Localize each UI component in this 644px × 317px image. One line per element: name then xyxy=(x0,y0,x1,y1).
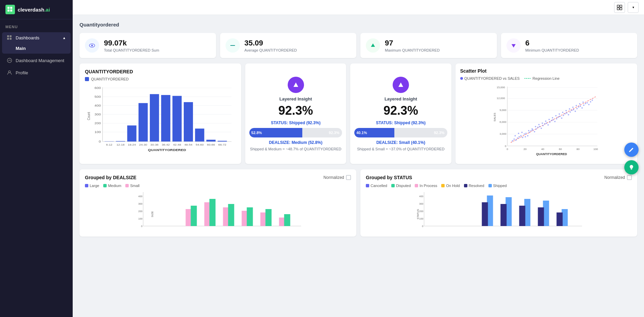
svg-point-105 xyxy=(551,120,552,121)
topbar-chevron-button[interactable]: ▾ xyxy=(628,2,639,13)
svg-text:80: 80 xyxy=(576,148,579,151)
nav-group-dashboards-header[interactable]: Dashboards ▲ xyxy=(2,32,71,43)
svg-rect-36 xyxy=(116,141,125,142)
svg-point-120 xyxy=(576,108,577,109)
svg-rect-185 xyxy=(501,204,507,226)
fab-edit-button[interactable] xyxy=(624,143,639,157)
grouped-status-normalized: Normalized xyxy=(604,175,632,180)
svg-text:40: 40 xyxy=(541,148,544,151)
svg-rect-13 xyxy=(617,8,619,10)
svg-rect-4 xyxy=(7,35,9,37)
normalized-checkbox-status[interactable] xyxy=(627,175,632,180)
svg-point-149 xyxy=(579,103,580,105)
histogram-legend-label: QUANTITYORDERED xyxy=(91,77,129,81)
down-icon xyxy=(510,42,517,49)
grouped-status-chart: STATUS 0 100 200 300 400 xyxy=(366,190,632,231)
insight-bar-fill-1: 52.8% xyxy=(249,128,302,137)
scatter-legend-line: Regression Line xyxy=(524,76,560,80)
kpi-icon-total xyxy=(85,38,99,53)
svg-rect-44 xyxy=(207,140,216,142)
histogram-legend: QUANTITYORDERED xyxy=(85,77,236,81)
svg-point-123 xyxy=(581,107,583,109)
fab-container xyxy=(624,143,639,174)
svg-text:42-48: 42-48 xyxy=(173,143,181,146)
svg-text:3,000: 3,000 xyxy=(499,132,506,135)
kpi-icon-maximum xyxy=(366,38,380,53)
svg-point-111 xyxy=(561,117,562,119)
kpi-label-maximum: Maximum QUANTITYORDERED xyxy=(385,48,440,52)
legend-inprocess: In Process xyxy=(415,184,437,188)
chart-row: QUANTITYORDERED QUANTITYORDERED 0 100 xyxy=(79,63,637,164)
legend-small-dot xyxy=(125,184,129,187)
sidebar-item-dashboard-management[interactable]: Dashboard Management xyxy=(2,55,71,66)
svg-text:0: 0 xyxy=(505,145,506,148)
svg-rect-190 xyxy=(631,169,632,170)
content-area: Quantityordered 99.07k Total QUANTITYORD… xyxy=(73,15,644,317)
kpi-value-average: 35.09 xyxy=(245,39,297,48)
svg-text:0: 0 xyxy=(506,148,508,151)
legend-medium: Medium xyxy=(103,184,121,188)
svg-text:100: 100 xyxy=(419,217,424,220)
svg-text:400: 400 xyxy=(94,104,101,107)
svg-point-127 xyxy=(588,104,589,105)
sidebar-sub-item-main[interactable]: Main xyxy=(2,43,71,54)
insight-bar-right-label-1: 92.3% xyxy=(329,131,339,135)
histogram-svg: 0 100 200 300 400 500 600 xyxy=(85,84,236,152)
insight-title-2: Layered Insight xyxy=(384,96,417,101)
normalized-text-dealsize: Normalized xyxy=(323,175,344,180)
legend-resolved-label: Resolved xyxy=(469,184,484,188)
svg-rect-45 xyxy=(218,141,227,142)
svg-text:12,000: 12,000 xyxy=(497,97,505,100)
insight-up-icon-1 xyxy=(292,81,300,89)
kpi-value-total: 99.07k xyxy=(104,39,159,48)
svg-point-107 xyxy=(554,121,555,122)
profile-label: Profile xyxy=(16,70,28,75)
fab-insight-button[interactable] xyxy=(624,160,639,174)
normalized-checkbox-dealsize[interactable] xyxy=(346,175,351,180)
logo-icon xyxy=(5,5,15,14)
svg-point-121 xyxy=(578,106,579,108)
dealsize-chart-svg: SIZE 0 100 200 300 400 xyxy=(85,190,351,231)
svg-point-84 xyxy=(515,139,516,141)
normalized-text-status: Normalized xyxy=(604,175,625,180)
svg-point-137 xyxy=(538,124,539,125)
svg-point-101 xyxy=(544,123,545,125)
svg-point-124 xyxy=(583,105,584,106)
svg-rect-3 xyxy=(10,10,12,12)
svg-rect-40 xyxy=(161,95,170,142)
legend-cancelled-dot xyxy=(366,184,369,187)
svg-text:30-36: 30-36 xyxy=(150,143,159,146)
svg-rect-38 xyxy=(139,103,148,142)
svg-rect-37 xyxy=(127,126,137,142)
grouped-status-header: Grouped by STATUS Normalized xyxy=(366,175,632,180)
svg-text:200: 200 xyxy=(138,210,143,213)
grid-layout-button[interactable] xyxy=(614,2,625,13)
grouped-dealsize-card: Grouped by DEALSIZE Normalized Large Med… xyxy=(79,169,356,237)
person-icon xyxy=(7,70,12,75)
svg-text:15,000: 15,000 xyxy=(497,86,505,89)
svg-text:0: 0 xyxy=(141,225,142,228)
svg-text:600: 600 xyxy=(94,86,101,90)
svg-point-144 xyxy=(562,112,563,113)
legend-resolved: Resolved xyxy=(464,184,484,188)
legend-large-dot xyxy=(85,184,88,187)
legend-cancelled: Cancelled xyxy=(366,184,387,188)
kpi-card-minimum: 6 Minimum QUANTITYORDERED xyxy=(501,33,638,58)
nav-group-dashboards[interactable]: Dashboards ▲ Main xyxy=(2,32,71,54)
grid-icon xyxy=(7,35,12,40)
kpi-icon-minimum xyxy=(506,38,521,53)
bottom-row: Grouped by DEALSIZE Normalized Large Med… xyxy=(79,169,637,237)
grouped-status-legend: Cancelled Disputed In Process On Hold xyxy=(366,184,632,188)
legend-large: Large xyxy=(85,184,99,188)
svg-rect-42 xyxy=(184,102,193,142)
legend-inprocess-dot xyxy=(415,184,418,187)
svg-rect-14 xyxy=(620,8,622,10)
insight-bar-2: 40.1% 92.3% xyxy=(354,128,447,137)
regression-line-icon xyxy=(524,77,531,80)
insight-bar-left-label-1: 52.8% xyxy=(251,131,262,135)
chevron-down-icon: ▾ xyxy=(632,5,634,9)
svg-point-97 xyxy=(537,127,538,128)
svg-point-82 xyxy=(512,140,513,142)
sidebar-item-profile[interactable]: Profile xyxy=(2,67,71,78)
legend-onhold-label: On Hold xyxy=(446,184,460,188)
